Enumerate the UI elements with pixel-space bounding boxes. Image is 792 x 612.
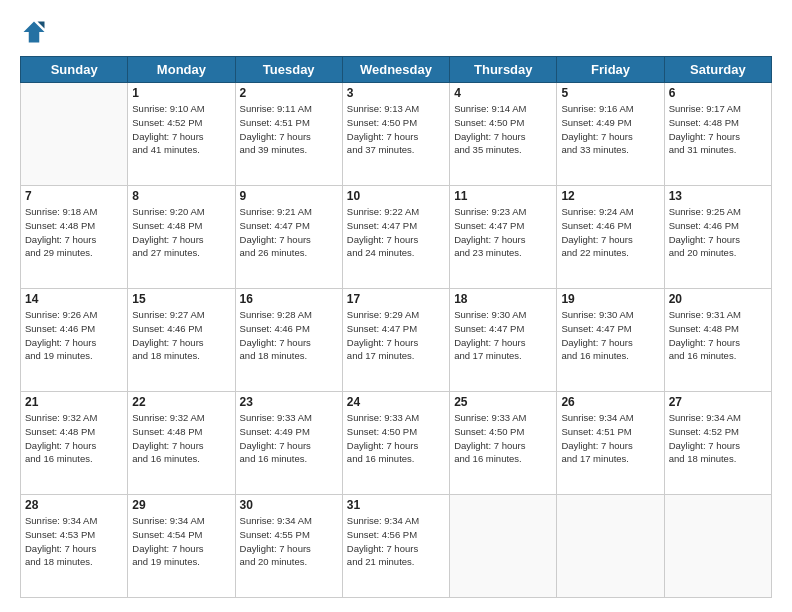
day-info: Sunrise: 9:10 AM Sunset: 4:52 PM Dayligh…	[132, 102, 230, 157]
calendar-cell	[21, 83, 128, 186]
calendar-cell: 6Sunrise: 9:17 AM Sunset: 4:48 PM Daylig…	[664, 83, 771, 186]
calendar-cell: 31Sunrise: 9:34 AM Sunset: 4:56 PM Dayli…	[342, 495, 449, 598]
day-info: Sunrise: 9:33 AM Sunset: 4:49 PM Dayligh…	[240, 411, 338, 466]
day-number: 23	[240, 395, 338, 409]
calendar-cell: 27Sunrise: 9:34 AM Sunset: 4:52 PM Dayli…	[664, 392, 771, 495]
day-info: Sunrise: 9:30 AM Sunset: 4:47 PM Dayligh…	[454, 308, 552, 363]
day-info: Sunrise: 9:25 AM Sunset: 4:46 PM Dayligh…	[669, 205, 767, 260]
calendar-cell: 19Sunrise: 9:30 AM Sunset: 4:47 PM Dayli…	[557, 289, 664, 392]
calendar-cell: 16Sunrise: 9:28 AM Sunset: 4:46 PM Dayli…	[235, 289, 342, 392]
day-number: 6	[669, 86, 767, 100]
day-info: Sunrise: 9:24 AM Sunset: 4:46 PM Dayligh…	[561, 205, 659, 260]
day-number: 10	[347, 189, 445, 203]
calendar-cell: 2Sunrise: 9:11 AM Sunset: 4:51 PM Daylig…	[235, 83, 342, 186]
day-info: Sunrise: 9:20 AM Sunset: 4:48 PM Dayligh…	[132, 205, 230, 260]
calendar-cell: 3Sunrise: 9:13 AM Sunset: 4:50 PM Daylig…	[342, 83, 449, 186]
day-number: 1	[132, 86, 230, 100]
day-info: Sunrise: 9:34 AM Sunset: 4:51 PM Dayligh…	[561, 411, 659, 466]
day-number: 8	[132, 189, 230, 203]
day-number: 27	[669, 395, 767, 409]
day-number: 28	[25, 498, 123, 512]
calendar-cell: 30Sunrise: 9:34 AM Sunset: 4:55 PM Dayli…	[235, 495, 342, 598]
calendar-cell: 28Sunrise: 9:34 AM Sunset: 4:53 PM Dayli…	[21, 495, 128, 598]
calendar-cell: 5Sunrise: 9:16 AM Sunset: 4:49 PM Daylig…	[557, 83, 664, 186]
day-header-tuesday: Tuesday	[235, 57, 342, 83]
day-number: 2	[240, 86, 338, 100]
day-info: Sunrise: 9:34 AM Sunset: 4:55 PM Dayligh…	[240, 514, 338, 569]
day-info: Sunrise: 9:22 AM Sunset: 4:47 PM Dayligh…	[347, 205, 445, 260]
day-info: Sunrise: 9:11 AM Sunset: 4:51 PM Dayligh…	[240, 102, 338, 157]
day-number: 3	[347, 86, 445, 100]
calendar-cell: 12Sunrise: 9:24 AM Sunset: 4:46 PM Dayli…	[557, 186, 664, 289]
day-info: Sunrise: 9:29 AM Sunset: 4:47 PM Dayligh…	[347, 308, 445, 363]
calendar-row: 28Sunrise: 9:34 AM Sunset: 4:53 PM Dayli…	[21, 495, 772, 598]
calendar-row: 21Sunrise: 9:32 AM Sunset: 4:48 PM Dayli…	[21, 392, 772, 495]
calendar-cell: 14Sunrise: 9:26 AM Sunset: 4:46 PM Dayli…	[21, 289, 128, 392]
calendar-cell	[557, 495, 664, 598]
logo-icon	[20, 18, 48, 46]
day-number: 12	[561, 189, 659, 203]
day-header-saturday: Saturday	[664, 57, 771, 83]
calendar-cell: 17Sunrise: 9:29 AM Sunset: 4:47 PM Dayli…	[342, 289, 449, 392]
day-number: 17	[347, 292, 445, 306]
calendar-row: 14Sunrise: 9:26 AM Sunset: 4:46 PM Dayli…	[21, 289, 772, 392]
day-info: Sunrise: 9:31 AM Sunset: 4:48 PM Dayligh…	[669, 308, 767, 363]
day-info: Sunrise: 9:26 AM Sunset: 4:46 PM Dayligh…	[25, 308, 123, 363]
day-info: Sunrise: 9:33 AM Sunset: 4:50 PM Dayligh…	[454, 411, 552, 466]
calendar-cell: 21Sunrise: 9:32 AM Sunset: 4:48 PM Dayli…	[21, 392, 128, 495]
day-info: Sunrise: 9:23 AM Sunset: 4:47 PM Dayligh…	[454, 205, 552, 260]
calendar-row: 7Sunrise: 9:18 AM Sunset: 4:48 PM Daylig…	[21, 186, 772, 289]
calendar-header-row: SundayMondayTuesdayWednesdayThursdayFrid…	[21, 57, 772, 83]
calendar-cell: 7Sunrise: 9:18 AM Sunset: 4:48 PM Daylig…	[21, 186, 128, 289]
calendar-cell: 25Sunrise: 9:33 AM Sunset: 4:50 PM Dayli…	[450, 392, 557, 495]
calendar-cell: 8Sunrise: 9:20 AM Sunset: 4:48 PM Daylig…	[128, 186, 235, 289]
calendar-cell: 24Sunrise: 9:33 AM Sunset: 4:50 PM Dayli…	[342, 392, 449, 495]
page: SundayMondayTuesdayWednesdayThursdayFrid…	[0, 0, 792, 612]
day-number: 22	[132, 395, 230, 409]
day-info: Sunrise: 9:18 AM Sunset: 4:48 PM Dayligh…	[25, 205, 123, 260]
calendar-cell: 22Sunrise: 9:32 AM Sunset: 4:48 PM Dayli…	[128, 392, 235, 495]
day-header-monday: Monday	[128, 57, 235, 83]
calendar-cell: 10Sunrise: 9:22 AM Sunset: 4:47 PM Dayli…	[342, 186, 449, 289]
calendar-cell: 29Sunrise: 9:34 AM Sunset: 4:54 PM Dayli…	[128, 495, 235, 598]
calendar-cell	[664, 495, 771, 598]
day-number: 4	[454, 86, 552, 100]
day-number: 30	[240, 498, 338, 512]
calendar: SundayMondayTuesdayWednesdayThursdayFrid…	[20, 56, 772, 598]
day-header-sunday: Sunday	[21, 57, 128, 83]
day-info: Sunrise: 9:27 AM Sunset: 4:46 PM Dayligh…	[132, 308, 230, 363]
day-number: 11	[454, 189, 552, 203]
day-header-friday: Friday	[557, 57, 664, 83]
calendar-cell: 20Sunrise: 9:31 AM Sunset: 4:48 PM Dayli…	[664, 289, 771, 392]
calendar-cell: 15Sunrise: 9:27 AM Sunset: 4:46 PM Dayli…	[128, 289, 235, 392]
calendar-cell: 13Sunrise: 9:25 AM Sunset: 4:46 PM Dayli…	[664, 186, 771, 289]
day-number: 15	[132, 292, 230, 306]
calendar-cell: 26Sunrise: 9:34 AM Sunset: 4:51 PM Dayli…	[557, 392, 664, 495]
day-number: 7	[25, 189, 123, 203]
day-number: 26	[561, 395, 659, 409]
day-number: 9	[240, 189, 338, 203]
day-number: 21	[25, 395, 123, 409]
day-number: 18	[454, 292, 552, 306]
calendar-cell: 1Sunrise: 9:10 AM Sunset: 4:52 PM Daylig…	[128, 83, 235, 186]
calendar-cell	[450, 495, 557, 598]
calendar-cell: 11Sunrise: 9:23 AM Sunset: 4:47 PM Dayli…	[450, 186, 557, 289]
logo	[20, 18, 52, 46]
calendar-cell: 23Sunrise: 9:33 AM Sunset: 4:49 PM Dayli…	[235, 392, 342, 495]
calendar-row: 1Sunrise: 9:10 AM Sunset: 4:52 PM Daylig…	[21, 83, 772, 186]
day-info: Sunrise: 9:34 AM Sunset: 4:52 PM Dayligh…	[669, 411, 767, 466]
day-number: 25	[454, 395, 552, 409]
day-info: Sunrise: 9:16 AM Sunset: 4:49 PM Dayligh…	[561, 102, 659, 157]
calendar-cell: 4Sunrise: 9:14 AM Sunset: 4:50 PM Daylig…	[450, 83, 557, 186]
day-info: Sunrise: 9:34 AM Sunset: 4:54 PM Dayligh…	[132, 514, 230, 569]
day-number: 19	[561, 292, 659, 306]
day-info: Sunrise: 9:33 AM Sunset: 4:50 PM Dayligh…	[347, 411, 445, 466]
day-info: Sunrise: 9:34 AM Sunset: 4:56 PM Dayligh…	[347, 514, 445, 569]
day-number: 24	[347, 395, 445, 409]
day-info: Sunrise: 9:28 AM Sunset: 4:46 PM Dayligh…	[240, 308, 338, 363]
day-number: 13	[669, 189, 767, 203]
day-number: 31	[347, 498, 445, 512]
day-info: Sunrise: 9:21 AM Sunset: 4:47 PM Dayligh…	[240, 205, 338, 260]
day-number: 16	[240, 292, 338, 306]
calendar-cell: 18Sunrise: 9:30 AM Sunset: 4:47 PM Dayli…	[450, 289, 557, 392]
